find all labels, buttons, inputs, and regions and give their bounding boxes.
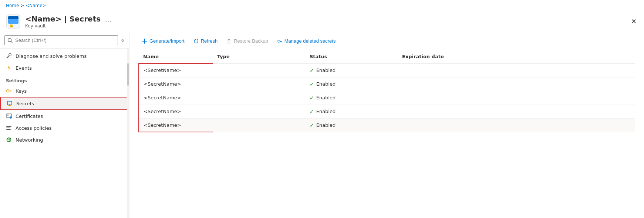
col-header-expiry: Expiration date <box>398 50 635 63</box>
refresh-icon <box>193 39 199 44</box>
page-header: <Name> | Secrets Key vault ··· ✕ <box>0 11 644 32</box>
secret-status-cell: ✓ Enabled <box>305 118 398 132</box>
secret-expiry-cell <box>398 77 635 91</box>
search-icon <box>7 38 13 43</box>
secret-name-cell[interactable]: <SecretName> <box>139 118 213 132</box>
secret-status-cell: ✓ Enabled <box>305 105 398 118</box>
table-row[interactable]: <SecretName> ✓ Enabled <box>139 118 635 132</box>
svg-point-30 <box>278 40 280 42</box>
generate-import-button[interactable]: Generate/Import <box>138 36 188 46</box>
search-input[interactable] <box>4 35 118 45</box>
manage-deleted-button[interactable]: Manage deleted secrets <box>273 36 340 46</box>
check-icon: ✓ <box>310 109 314 115</box>
secret-status-cell: ✓ Enabled <box>305 63 398 77</box>
secret-type-cell <box>213 105 305 118</box>
secret-expiry-cell <box>398 63 635 77</box>
secret-icon <box>7 100 13 106</box>
header-title-group: <Name> | Secrets Key vault <box>25 14 101 29</box>
sidebar-item-secrets[interactable]: Secrets <box>0 97 129 110</box>
col-header-status: Status <box>305 50 398 63</box>
check-icon: ✓ <box>310 81 314 87</box>
svg-point-9 <box>7 90 9 92</box>
secret-type-cell <box>213 118 305 132</box>
svg-rect-2 <box>8 16 18 19</box>
sidebar-item-keys[interactable]: Keys <box>0 85 129 97</box>
sidebar-item-keys-label: Keys <box>16 88 27 94</box>
secret-name-cell[interactable]: <SecretName> <box>139 105 213 118</box>
svg-marker-8 <box>7 65 10 70</box>
secret-status-cell: ✓ Enabled <box>305 91 398 105</box>
wrench-icon <box>6 53 12 59</box>
sidebar-item-events-label: Events <box>16 65 32 71</box>
scrollbar-track[interactable] <box>127 49 129 218</box>
sidebar-item-secrets-label: Secrets <box>16 101 34 106</box>
sidebar-item-access-label: Access policies <box>16 125 52 131</box>
search-bar: « <box>0 32 129 49</box>
sidebar-item-events[interactable]: Events <box>0 62 129 74</box>
sidebar-item-networking-label: Networking <box>16 137 43 143</box>
check-icon: ✓ <box>310 95 314 101</box>
sidebar: « Diagnose and solve problems Events Set… <box>0 32 129 218</box>
breadcrumb: Home > <Name> <box>0 0 644 11</box>
page-subtitle: Key vault <box>25 23 101 29</box>
col-header-name: Name <box>139 50 213 63</box>
table-row[interactable]: <SecretName> ✓ Enabled <box>139 91 635 105</box>
refresh-button[interactable]: Refresh <box>190 36 222 46</box>
scrollbar-thumb[interactable] <box>127 63 129 86</box>
table-row[interactable]: <SecretName> ✓ Enabled <box>139 63 635 77</box>
secret-status-cell: ✓ Enabled <box>305 77 398 91</box>
secret-expiry-cell <box>398 105 635 118</box>
svg-line-7 <box>11 41 13 43</box>
sidebar-item-diagnose[interactable]: Diagnose and solve problems <box>0 50 129 62</box>
secret-name-cell[interactable]: <SecretName> <box>139 63 213 77</box>
content-area: Generate/Import Refresh Restore B <box>129 32 644 218</box>
cert-icon <box>6 113 12 119</box>
svg-point-17 <box>10 116 12 119</box>
table-container: Name Type Status Expiration date <Secret… <box>129 50 644 218</box>
check-icon: ✓ <box>310 67 314 73</box>
close-button[interactable]: ✕ <box>631 17 637 26</box>
sidebar-item-access-policies[interactable]: Access policies <box>0 122 129 134</box>
check-icon: ✓ <box>310 122 314 128</box>
secret-type-cell <box>213 63 305 77</box>
svg-rect-20 <box>6 126 11 127</box>
restore-backup-button[interactable]: Restore Backup <box>223 36 272 46</box>
settings-section-label: Settings <box>0 74 129 85</box>
svg-rect-15 <box>9 104 10 106</box>
table-header-row: Name Type Status Expiration date <box>139 50 635 63</box>
secret-type-cell <box>213 77 305 91</box>
secrets-table: Name Type Status Expiration date <Secret… <box>138 50 635 132</box>
plus-icon <box>142 39 147 44</box>
breadcrumb-current[interactable]: <Name> <box>26 3 46 8</box>
secret-expiry-cell <box>398 118 635 132</box>
sidebar-item-certificates[interactable]: Certificates <box>0 110 129 122</box>
svg-rect-5 <box>11 26 13 27</box>
secret-name-cell[interactable]: <SecretName> <box>139 77 213 91</box>
secret-name-cell[interactable]: <SecretName> <box>139 91 213 105</box>
key-manage-icon <box>277 39 282 44</box>
network-icon <box>6 137 12 143</box>
secret-type-cell <box>213 91 305 105</box>
table-row[interactable]: <SecretName> ✓ Enabled <box>139 105 635 118</box>
upload-icon <box>226 39 232 44</box>
svg-rect-22 <box>6 129 11 130</box>
sidebar-nav: Diagnose and solve problems Events Setti… <box>0 49 129 218</box>
collapse-sidebar-icon[interactable]: « <box>121 37 125 44</box>
toolbar: Generate/Import Refresh Restore B <box>129 32 644 50</box>
sidebar-item-networking[interactable]: Networking <box>0 134 129 146</box>
breadcrumb-home[interactable]: Home <box>6 3 19 8</box>
keyvault-icon <box>6 14 21 29</box>
col-header-type: Type <box>213 50 305 63</box>
more-options-icon[interactable]: ··· <box>105 18 111 26</box>
bolt-icon <box>6 65 12 71</box>
key-icon <box>6 88 12 94</box>
table-row[interactable]: <SecretName> ✓ Enabled <box>139 77 635 91</box>
access-icon <box>6 125 12 131</box>
page-title: <Name> | Secrets <box>25 14 101 23</box>
sidebar-item-certificates-label: Certificates <box>16 113 43 119</box>
secret-expiry-cell <box>398 91 635 105</box>
svg-rect-21 <box>6 128 10 128</box>
sidebar-item-diagnose-label: Diagnose and solve problems <box>16 53 87 59</box>
